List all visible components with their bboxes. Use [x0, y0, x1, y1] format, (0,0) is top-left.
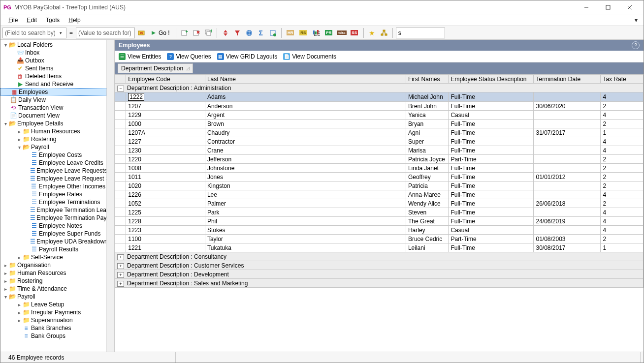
cell-code[interactable]: 1000 [126, 120, 205, 128]
cell-term[interactable] [534, 164, 601, 173]
table-row[interactable]: 1052PalmerWendy AliceFull-Time26/06/2018… [115, 199, 644, 208]
search-value-input[interactable]: (Value to search for) [76, 28, 135, 38]
cell-last[interactable]: Jefferson [205, 155, 406, 164]
cell-first[interactable]: Yanica [406, 111, 449, 120]
minimize-button[interactable] [576, 1, 597, 14]
cell-term[interactable]: 31/07/2017 [534, 128, 601, 137]
table-row[interactable]: 1223StokesHarleyCasual4 [115, 226, 644, 235]
cell-code[interactable]: 1225 [126, 208, 205, 217]
hr-badge-button[interactable]: HR [285, 28, 296, 38]
cell-term[interactable]: 30/06/2020 [534, 102, 601, 111]
cell-rate[interactable]: 2 [601, 235, 644, 243]
help-icon[interactable]: ? [632, 41, 640, 49]
tree-payroll2-item[interactable]: ▸📁Superannuation [0, 316, 106, 324]
menu-file[interactable]: File [4, 16, 22, 25]
view-queries[interactable]: ?View Queries [167, 53, 211, 60]
cell-last[interactable]: Phil [205, 217, 406, 226]
sidebar-scrollbar[interactable] [106, 40, 114, 352]
cell-rate[interactable]: 2 [601, 199, 644, 208]
tree-payroll-item[interactable]: ☰Payroll Results [0, 245, 106, 253]
cell-code[interactable]: 1222 [126, 92, 205, 102]
tree-payroll2-item[interactable]: ▸📁Leave Setup [0, 301, 106, 308]
table-row[interactable]: 1100TaylorBruce CedricPart-Time01/08/200… [115, 235, 644, 243]
tree-payroll-item[interactable]: ☰Employee Leave Requests [0, 167, 106, 175]
cell-last[interactable]: Lee [205, 190, 406, 199]
cell-code[interactable]: 1223 [126, 226, 205, 235]
cell-first[interactable]: Patricia Joyce [406, 155, 449, 164]
cell-term[interactable]: 26/06/2018 [534, 199, 601, 208]
cell-status[interactable]: Full-Time [449, 102, 534, 111]
tree-payroll-item[interactable]: ☰Employee UDA Breakdowns [0, 238, 106, 245]
tree-hr[interactable]: ▸📁Human Resources [0, 269, 106, 277]
table-row[interactable]: 1222AdamsMichael JohnFull-Time4 [115, 92, 644, 102]
tree-time-attendance[interactable]: ▸📁Time & Attendance [0, 285, 106, 293]
collapse-icon[interactable]: − [117, 86, 124, 91]
cell-rate[interactable]: 4 [601, 137, 644, 146]
group-by-tag[interactable]: Department Description◿ [118, 63, 193, 73]
cell-code[interactable]: 1226 [126, 190, 205, 199]
cell-rate[interactable]: 4 [601, 226, 644, 235]
cell-first[interactable]: Agni [406, 128, 449, 137]
tree-sendrecv[interactable]: ▶Send and Receive [0, 80, 106, 88]
cell-status[interactable]: Full-Time [449, 243, 534, 252]
col-last-name[interactable]: Last Name [205, 75, 406, 84]
sort-button[interactable] [220, 28, 231, 38]
tree-ed-rostering[interactable]: ▸📁Rostering [0, 135, 106, 143]
cell-last[interactable]: Crane [205, 146, 406, 155]
cell-rate[interactable]: 2 [601, 120, 644, 128]
sum-button[interactable]: Σ [256, 28, 266, 38]
cell-rate[interactable]: 2 [601, 102, 644, 111]
copy-record-button[interactable]: + [203, 28, 214, 38]
cell-term[interactable] [534, 92, 601, 102]
cell-code[interactable]: 1100 [126, 235, 205, 243]
tree-payroll2-item[interactable]: ≡Bank Groups [0, 332, 106, 340]
cell-status[interactable]: Full-Time [449, 199, 534, 208]
cell-first[interactable]: Linda Janet [406, 164, 449, 173]
table-row[interactable]: 1230CraneMarisaFull-Time4 [115, 146, 644, 155]
cell-rate[interactable]: 4 [601, 111, 644, 120]
tree-sent[interactable]: ✔Sent Items [0, 64, 106, 72]
cell-rate[interactable]: 1 [601, 128, 644, 137]
tree-employees[interactable]: ▦Employees [0, 88, 106, 96]
globe-button[interactable] [244, 28, 255, 38]
group-header-collapsed[interactable]: +Department Description : Development [115, 270, 644, 279]
col-employee-code[interactable]: Employee Code [126, 75, 205, 84]
cell-code[interactable]: 1227 [126, 137, 205, 146]
view-entities[interactable]: ☰View Entities [119, 53, 161, 60]
cell-term[interactable] [534, 137, 601, 146]
expand-icon[interactable]: + [117, 254, 124, 260]
cell-code[interactable]: 1008 [126, 164, 205, 173]
cell-first[interactable]: Brent John [406, 102, 449, 111]
cell-rate[interactable]: 4 [601, 190, 644, 199]
add-record-button[interactable] [179, 28, 190, 38]
filter-button[interactable] [232, 28, 243, 38]
view-grid-layouts[interactable]: ▦View GRID Layouts [217, 53, 278, 60]
table-row[interactable]: 1008JohnstoneLinda JanetFull-Time2 [115, 164, 644, 173]
cell-code[interactable]: 1207A [126, 128, 205, 137]
tree-employee-details[interactable]: ▾📂Employee Details [0, 120, 106, 127]
cell-status[interactable]: Full-Time [449, 137, 534, 146]
expand-icon[interactable]: + [117, 281, 124, 287]
cell-status[interactable]: Full-Time [449, 120, 534, 128]
cell-last[interactable]: Taylor [205, 235, 406, 243]
cell-term[interactable]: 30/08/2017 [534, 243, 601, 252]
cell-first[interactable]: Bryan [406, 120, 449, 128]
cell-code[interactable]: 1221 [126, 243, 205, 252]
col-termination[interactable]: Termination Date [534, 75, 601, 84]
cell-status[interactable]: Full-Time [449, 128, 534, 137]
cell-term[interactable]: 01/01/2012 [534, 173, 601, 182]
menu-edit[interactable]: Edit [23, 16, 41, 25]
cell-rate[interactable]: 4 [601, 146, 644, 155]
expand-icon[interactable]: + [117, 272, 124, 278]
tree-organisation[interactable]: ▸📁Organisation [0, 261, 106, 269]
cell-rate[interactable]: 1 [601, 243, 644, 252]
tree-payroll2-item[interactable]: ▸📁Irregular Payments [0, 308, 106, 316]
cell-code[interactable]: 1011 [126, 173, 205, 182]
settings-button[interactable] [267, 28, 278, 38]
tree-payroll-item[interactable]: ☰Employee Super Funds [0, 230, 106, 238]
cell-first[interactable]: Geoffrey [406, 173, 449, 182]
tree-payroll-item[interactable]: ☰Employee Rates [0, 190, 106, 198]
col-first-names[interactable]: First Names [406, 75, 449, 84]
tree-ed-hr[interactable]: ▸📁Human Resources [0, 127, 106, 135]
go-button[interactable]: Go ! [148, 28, 173, 38]
